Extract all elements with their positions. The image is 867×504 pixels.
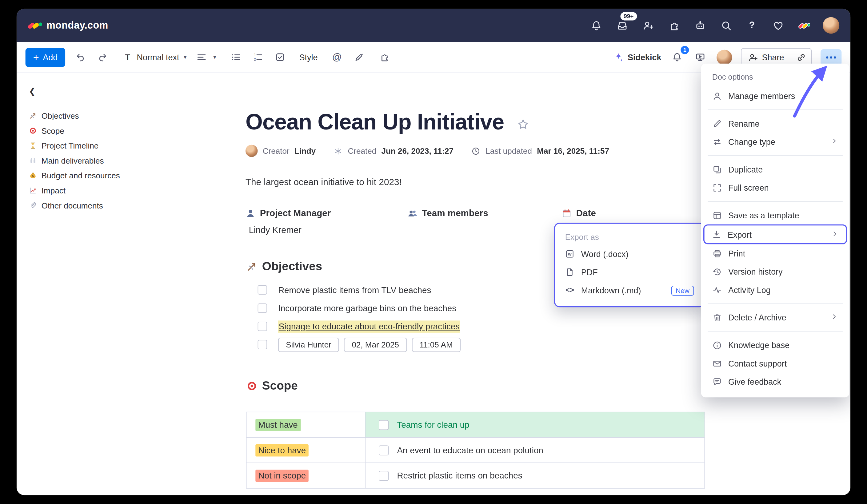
menu-header: Doc options bbox=[706, 69, 845, 87]
person-icon bbox=[712, 91, 722, 101]
menu-item-change-type[interactable]: Change type bbox=[706, 133, 845, 151]
table-row: Not in scope Restrict plastic items on b… bbox=[247, 462, 705, 488]
download-icon bbox=[711, 229, 721, 239]
markdown-icon: <> bbox=[565, 286, 575, 295]
field-project-manager: Project Manager Lindy Kremer bbox=[246, 208, 331, 235]
creator-name: Lindy bbox=[295, 146, 316, 155]
chevron-right-icon bbox=[831, 137, 838, 147]
updated-label: Last updated bbox=[485, 146, 532, 155]
checklist-item: Signage to educate about eco-friendly pr… bbox=[257, 317, 460, 336]
menu-item-delete-archive[interactable]: Delete / Archive bbox=[706, 308, 845, 327]
swap-arrows-icon bbox=[712, 137, 722, 147]
scope-table: Must have Teams for clean up Nice to hav… bbox=[246, 412, 705, 489]
history-icon bbox=[712, 266, 722, 276]
svg-text:W: W bbox=[568, 252, 572, 256]
menu-item-duplicate[interactable]: Duplicate bbox=[706, 160, 845, 178]
checklist-item: Incorporate more garbage bins on the bea… bbox=[257, 299, 460, 317]
checkbox[interactable] bbox=[257, 322, 267, 331]
checkbox[interactable] bbox=[379, 471, 388, 480]
menu-item-activity-log[interactable]: Activity Log bbox=[706, 281, 845, 299]
doc-meta-row: Creator Lindy Created Jun 26, 2023, 11:2… bbox=[246, 145, 609, 157]
menu-item-print[interactable]: Print bbox=[706, 244, 845, 262]
expand-icon bbox=[712, 183, 722, 193]
divider bbox=[708, 304, 843, 304]
checkbox[interactable] bbox=[379, 445, 388, 455]
divider bbox=[708, 331, 843, 332]
task-text: An event to educate on ocean polution bbox=[397, 445, 543, 455]
field-date: Date bbox=[562, 208, 596, 218]
priority-label: Must have bbox=[255, 418, 300, 431]
task-text: Restrict plastic items on beaches bbox=[397, 471, 522, 480]
menu-item-pdf[interactable]: PDF bbox=[555, 263, 704, 281]
divider bbox=[708, 201, 843, 202]
objectives-checklist: Remove plastic items from TLV beaches In… bbox=[257, 281, 460, 354]
divider bbox=[708, 109, 843, 110]
menu-item-save-as-template[interactable]: Save as a template bbox=[706, 206, 845, 224]
duplicate-icon bbox=[712, 165, 722, 174]
creator-avatar bbox=[246, 145, 258, 157]
task-text: Teams for clean up bbox=[397, 420, 469, 430]
priority-label: Nice to have bbox=[255, 444, 309, 456]
menu-item-contact-support[interactable]: Contact support bbox=[706, 354, 845, 372]
pencil-icon bbox=[712, 118, 722, 128]
intro-paragraph[interactable]: The largest ocean initiative to hit 2023… bbox=[246, 177, 402, 187]
new-badge: New bbox=[671, 285, 694, 295]
time-chip[interactable]: 11:05 AM bbox=[412, 337, 461, 352]
doc-options-menu: Doc options Manage members Rename Change… bbox=[701, 64, 849, 398]
menu-item-give-feedback[interactable]: Give feedback bbox=[706, 372, 845, 391]
mail-icon bbox=[712, 358, 722, 368]
chevron-right-icon bbox=[831, 313, 838, 322]
table-row: Nice to have An event to educate on ocea… bbox=[247, 437, 705, 463]
menu-item-rename[interactable]: Rename bbox=[706, 114, 845, 133]
checkbox[interactable] bbox=[257, 340, 267, 349]
menu-item-export[interactable]: Export bbox=[703, 224, 847, 244]
menu-item-markdown[interactable]: <> Markdown (.md) New bbox=[555, 281, 704, 299]
export-submenu-header: Export as bbox=[555, 228, 704, 245]
created-sparkle-icon bbox=[333, 146, 343, 156]
bow-arrow-icon bbox=[246, 261, 258, 272]
calendar-icon bbox=[562, 208, 572, 218]
chevron-right-icon bbox=[831, 230, 839, 239]
template-icon bbox=[712, 210, 722, 220]
clock-icon bbox=[471, 146, 481, 156]
created-label: Created bbox=[348, 146, 376, 155]
checklist-item-assignment: Silvia Hunter 02, Mar 2025 11:05 AM bbox=[257, 336, 460, 354]
printer-icon bbox=[712, 249, 722, 258]
creator-label: Creator bbox=[263, 146, 289, 155]
menu-item-full-screen[interactable]: Full screen bbox=[706, 178, 845, 197]
menu-item-manage-members[interactable]: Manage members bbox=[706, 87, 845, 105]
divider bbox=[708, 155, 843, 156]
table-row: Must have Teams for clean up bbox=[247, 412, 705, 437]
word-doc-icon: W bbox=[565, 249, 575, 259]
screenshot-stage: monday.com 99+ ? bbox=[0, 0, 867, 504]
menu-item-word[interactable]: W Word (.docx) bbox=[555, 245, 704, 263]
favorite-star-icon[interactable] bbox=[517, 118, 529, 133]
person-icon bbox=[246, 208, 255, 218]
app-window: monday.com 99+ ? bbox=[17, 9, 850, 495]
target-icon bbox=[246, 380, 258, 392]
checklist-item: Remove plastic items from TLV beaches bbox=[257, 281, 460, 299]
checkbox[interactable] bbox=[257, 304, 267, 313]
objectives-heading: Objectives bbox=[246, 260, 322, 274]
activity-pulse-icon bbox=[712, 285, 722, 295]
pdf-doc-icon bbox=[565, 267, 575, 277]
field-team-members: Team members bbox=[408, 208, 488, 218]
created-value: Jun 26, 2023, 11:27 bbox=[381, 146, 453, 155]
trash-icon bbox=[712, 313, 722, 322]
project-manager-value[interactable]: Lindy Kremer bbox=[249, 226, 331, 235]
menu-item-knowledge-base[interactable]: Knowledge base bbox=[706, 336, 845, 354]
checkbox[interactable] bbox=[257, 285, 267, 295]
feedback-bubble-icon bbox=[712, 377, 722, 386]
checkbox[interactable] bbox=[379, 420, 388, 430]
people-icon bbox=[408, 208, 417, 218]
doc-title[interactable]: Ocean Clean Up Initiative bbox=[246, 109, 504, 134]
assignee-chip[interactable]: Silvia Hunter bbox=[278, 337, 339, 352]
updated-value: Mar 16, 2025, 11:57 bbox=[537, 146, 609, 155]
priority-label: Not in scope bbox=[255, 470, 309, 482]
export-submenu: Export as W Word (.docx) PDF <> Markdown… bbox=[554, 223, 705, 307]
date-chip[interactable]: 02, Mar 2025 bbox=[344, 337, 407, 352]
menu-item-version-history[interactable]: Version history bbox=[706, 263, 845, 281]
info-icon bbox=[712, 340, 722, 350]
scope-heading: Scope bbox=[246, 379, 298, 393]
